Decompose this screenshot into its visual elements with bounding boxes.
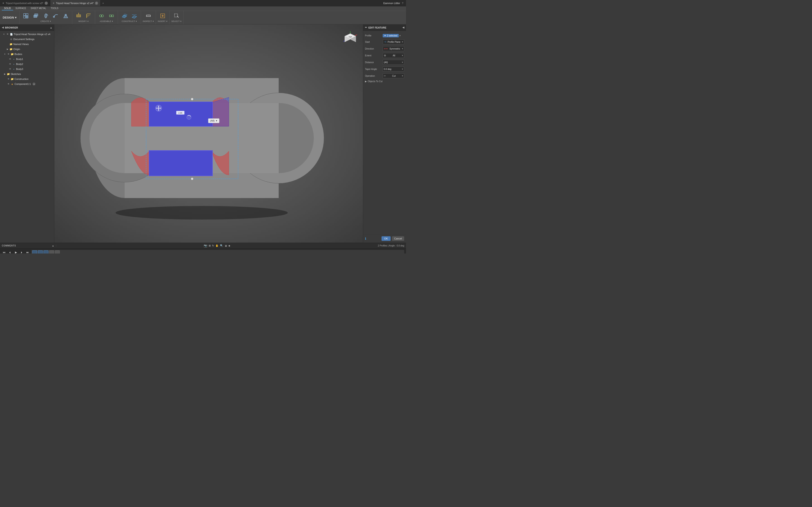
grid-view-icon[interactable]: ⊞ [209, 244, 211, 247]
orbit-icon[interactable]: ↻ [212, 244, 214, 247]
insert-btn[interactable] [158, 12, 167, 20]
objects-to-cut-arrow: ▶ [365, 80, 367, 82]
tree-item-body3[interactable]: 👁 ▪ Body3 [0, 66, 54, 71]
info-icon[interactable]: ℹ [365, 237, 366, 240]
joint-btn[interactable] [97, 12, 106, 20]
vis-root[interactable]: 👁 [6, 33, 9, 36]
timeline-thumb-1[interactable] [32, 250, 37, 254]
ef-expand-icon[interactable]: ◀ [402, 26, 404, 29]
play-btn[interactable]: ▶ [14, 250, 18, 254]
ef-value-distance: (All) ▾ [383, 60, 404, 65]
username: Eammon Littler [383, 2, 400, 5]
extrude-btn[interactable] [31, 12, 40, 20]
display-settings-icon[interactable]: 🖥 [224, 244, 227, 247]
end-btn[interactable]: ⏭ [26, 250, 30, 254]
insert-group-label[interactable]: INSERT ▾ [156, 20, 169, 23]
folder-icon-construction: 📁 [11, 77, 14, 80]
statusbar-collapse-icon[interactable]: ▲ [52, 244, 54, 247]
rewind-btn[interactable]: ⏮ [2, 250, 6, 254]
measure-btn[interactable] [144, 12, 153, 20]
revolve-btn[interactable] [41, 12, 50, 20]
operation-select[interactable]: ✂ Cut ▾ [383, 73, 404, 78]
pan-icon[interactable]: ✋ [215, 244, 219, 247]
viewport[interactable]: 2.65 (All) ▾ TOP [54, 24, 363, 243]
select-btn[interactable] [172, 12, 181, 20]
tree-item-body2[interactable]: 👁 ▪ Body2 [0, 62, 54, 66]
tree-item-origin[interactable]: ▶ 📁 Origin [0, 47, 54, 52]
tree-item-root[interactable]: ▾ 👁 📄 Tripod Head Tension Hinge v2 v4 [0, 32, 54, 37]
view-cube[interactable]: TOP [341, 29, 359, 47]
start-select[interactable]: ⊣ Profile Plane ▾ [383, 39, 404, 44]
vis-construction[interactable]: 👁 [7, 77, 10, 80]
tree-item-body1[interactable]: 👁 ▪ Body1 [0, 57, 54, 62]
distance-select[interactable]: (All) ▾ [383, 60, 404, 65]
statusbar: COMMENTS ▲ 📷 ⊞ ↻ ✋ 🔍 🖥 ◈ 2 Profiles | An… [0, 243, 406, 248]
tree-item-bodies[interactable]: ▾ 👁 📁 Bodies [0, 52, 54, 57]
tab-close-inactive[interactable]: × [45, 2, 48, 5]
as-built-btn[interactable] [107, 12, 116, 20]
loft-btn[interactable] [61, 12, 70, 20]
zoom-icon[interactable]: 🔍 [220, 244, 223, 247]
vis-body1[interactable]: 👁 [8, 57, 11, 61]
tab-solid[interactable]: SOLID [2, 7, 13, 10]
tab-sheet-metal[interactable]: SHEET METAL [28, 7, 48, 10]
profile-clear-btn[interactable]: × [399, 34, 401, 37]
construct-group-label[interactable]: CONSTRUCT ▾ [120, 20, 139, 23]
titlebar-right: Eammon Littler ? [383, 2, 406, 5]
timeline-thumb-3[interactable] [44, 250, 48, 254]
vis-bodies[interactable]: 👁 [7, 53, 10, 56]
tree-item-sketches[interactable]: ▶ 📁 Sketches [0, 71, 54, 76]
create-new-comp-btn[interactable] [21, 12, 30, 20]
ef-label-start: Start [365, 41, 381, 43]
ef-value-start: ⊣ Profile Plane ▾ [383, 39, 404, 44]
timeline-thumb-2[interactable] [38, 250, 43, 254]
objects-to-cut-section[interactable]: ▶ Objects To Cut [363, 79, 406, 83]
tab-close-active[interactable]: × [95, 2, 98, 5]
tree-item-component1[interactable]: 👁 ◈ Component1:1 ● [0, 81, 54, 87]
tree-item-named-views[interactable]: 📁 Named Views [0, 42, 54, 47]
press-pull-btn[interactable] [74, 12, 83, 20]
svg-rect-0 [23, 13, 26, 16]
new-tab-button[interactable]: + [101, 1, 106, 6]
fillet-btn[interactable] [84, 12, 93, 20]
timeline-thumb-4[interactable] [49, 250, 54, 254]
taper-angle-select[interactable]: 0.0 deg ▾ [383, 66, 404, 71]
tree-item-construction[interactable]: 👁 📁 Construction [0, 76, 54, 81]
offset-plane-btn[interactable] [120, 12, 129, 20]
vis-body2[interactable]: 👁 [8, 62, 11, 66]
extrude-popup[interactable]: (All) ▾ [208, 118, 219, 123]
assemble-group-label[interactable]: ASSEMBLE ▾ [98, 20, 115, 23]
create-group-label[interactable]: CREATE ▾ [39, 20, 53, 23]
sweep-btn[interactable] [51, 12, 60, 20]
tab-inactive[interactable]: ★ Tripod Hyperboloid with screw v3* × [0, 0, 50, 6]
vis-body3[interactable]: 👁 [8, 67, 11, 71]
timeline-area[interactable] [31, 250, 404, 254]
tab-surface[interactable]: SURFACE [13, 7, 28, 10]
camera-icon[interactable]: 📷 [204, 244, 207, 247]
cube-icon-body1: ▪ [12, 57, 15, 61]
ok-button[interactable]: OK [382, 236, 391, 241]
midplane-btn[interactable] [130, 12, 139, 20]
visual-style-icon[interactable]: ◈ [229, 244, 230, 247]
browser-collapse-btn[interactable]: ▲ [50, 26, 52, 29]
profile-badge[interactable]: ✦ 2 selected [383, 34, 399, 37]
insert-icon [159, 13, 166, 19]
vis-component1[interactable]: 👁 [7, 82, 10, 86]
extent-select[interactable]: ⊕ All ▾ [383, 53, 404, 58]
svg-rect-5 [35, 14, 38, 16]
tab-tools[interactable]: TOOLS [48, 7, 61, 10]
modify-group-label[interactable]: MODIFY ▾ [77, 20, 90, 23]
extrude-dropdown-arrow[interactable]: ▾ [216, 119, 217, 122]
prev-btn[interactable]: ⏴ [8, 250, 12, 254]
direction-select[interactable]: ⟺ Symmetric ▾ [383, 46, 404, 51]
tree-item-doc-settings[interactable]: ⚙ Document Settings [0, 37, 54, 42]
tab-active[interactable]: ★ Tripod Head Tension Hinge v2 v4* × [50, 0, 101, 6]
inspect-group-label[interactable]: INSPECT ▾ [141, 20, 156, 23]
ef-row-taper-angle: Taper Angle 0.0 deg ▾ [363, 66, 406, 72]
cancel-button[interactable]: Cancel [392, 236, 404, 241]
select-group-label[interactable]: SELECT ▾ [169, 20, 183, 23]
fillet-icon [86, 13, 92, 19]
design-dropdown[interactable]: DESIGN ▾ [0, 11, 19, 24]
next-btn[interactable]: ⏵ [19, 250, 24, 254]
timeline-thumb-5[interactable] [55, 250, 60, 254]
